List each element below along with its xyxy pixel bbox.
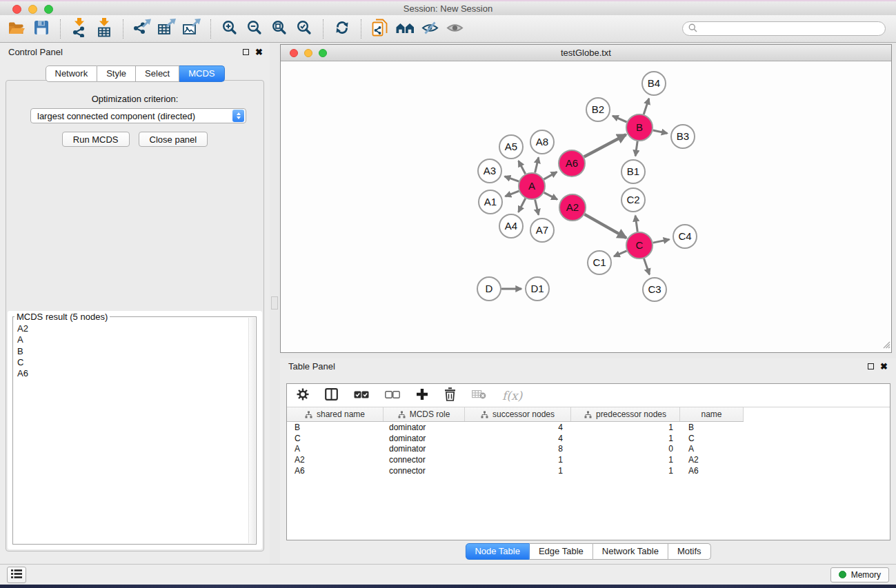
graph-edge-C-C4[interactable] xyxy=(653,239,670,243)
table-cell[interactable]: A xyxy=(287,443,384,454)
new-network-from-selection-button[interactable] xyxy=(368,18,392,40)
table-cell[interactable]: A2 xyxy=(287,454,384,465)
memory-button[interactable]: Memory xyxy=(830,567,889,582)
mcds-result-item[interactable]: C xyxy=(17,357,248,368)
zoom-out-button[interactable] xyxy=(242,18,267,40)
table-row[interactable]: A2connector11A2 xyxy=(287,454,744,465)
zoom-fit-button[interactable] xyxy=(267,18,292,40)
network-canvas[interactable]: B4B2BB3A5A8A6A3B1AC2A1A2A4A7CC4C1C3DD1 xyxy=(281,61,891,352)
minimize-window-button[interactable] xyxy=(28,5,37,14)
table-cell[interactable]: B xyxy=(287,422,384,433)
zoom-window-button[interactable] xyxy=(44,5,53,14)
column-header-name[interactable]: name xyxy=(680,407,744,421)
tab-network-table[interactable]: Network Table xyxy=(593,543,668,560)
deselect-all-button[interactable] xyxy=(385,386,400,405)
close-network-window-button[interactable] xyxy=(290,49,298,57)
graph-edge-B-B3[interactable] xyxy=(653,130,668,133)
table-cell[interactable]: connector xyxy=(384,465,465,476)
mcds-result-item[interactable]: A xyxy=(17,334,248,345)
zoom-network-window-button[interactable] xyxy=(319,49,327,57)
table-cell[interactable]: C xyxy=(287,433,384,444)
table-cell[interactable]: dominator xyxy=(384,443,465,454)
divider-grip-icon[interactable] xyxy=(271,296,278,310)
graph-edge-B-B2[interactable] xyxy=(613,116,627,122)
graph-edge-C-C2[interactable] xyxy=(635,216,637,232)
table-cell[interactable]: dominator xyxy=(384,433,465,444)
houses-button[interactable] xyxy=(392,18,417,40)
show-columns-button[interactable] xyxy=(325,386,338,405)
export-image-button[interactable] xyxy=(179,18,204,40)
delete-rows-button[interactable] xyxy=(444,386,456,405)
table-cell[interactable]: 1 xyxy=(465,465,571,476)
select-all-button[interactable] xyxy=(354,386,369,405)
zoom-in-button[interactable] xyxy=(217,18,242,40)
delete-column-button[interactable] xyxy=(472,386,486,405)
column-header-successor-nodes[interactable]: successor nodes xyxy=(465,407,571,421)
graph-edge-A-A8[interactable] xyxy=(535,157,539,172)
graph-edge-C-C1[interactable] xyxy=(614,251,627,256)
window-resize-grip-icon[interactable] xyxy=(882,339,890,352)
table-cell[interactable]: dominator xyxy=(384,422,465,433)
zoom-selected-button[interactable] xyxy=(292,18,317,40)
mcds-result-item[interactable]: A6 xyxy=(17,368,248,379)
import-table-button[interactable] xyxy=(92,18,117,40)
show-eye-button[interactable] xyxy=(442,18,467,40)
tab-network[interactable]: Network xyxy=(45,65,97,82)
graph-edge-A-A5[interactable] xyxy=(519,161,526,174)
table-cell[interactable]: A6 xyxy=(287,465,384,476)
graph-edge-A6-B[interactable] xyxy=(584,134,626,156)
table-cell[interactable]: 0 xyxy=(571,443,680,454)
table-cell[interactable]: A6 xyxy=(680,465,744,476)
graph-edge-A-A3[interactable] xyxy=(505,176,519,181)
table-settings-button[interactable] xyxy=(297,386,309,405)
close-window-button[interactable] xyxy=(12,5,21,14)
tab-mcds[interactable]: MCDS xyxy=(179,65,224,82)
export-network-button[interactable] xyxy=(130,18,155,40)
graph-edge-C-C3[interactable] xyxy=(644,258,650,274)
table-cell[interactable]: 4 xyxy=(465,422,571,433)
graph-edge-A-A2[interactable] xyxy=(544,192,557,199)
float-table-panel-icon[interactable] xyxy=(868,363,874,369)
float-panel-icon[interactable] xyxy=(243,49,249,55)
close-panel-icon[interactable]: ✖ xyxy=(255,49,263,56)
table-cell[interactable]: connector xyxy=(384,454,465,465)
refresh-button[interactable] xyxy=(330,18,355,40)
close-panel-button[interactable]: Close panel xyxy=(139,132,208,147)
import-network-button[interactable] xyxy=(67,18,92,40)
table-row[interactable]: A6connector11A6 xyxy=(287,465,744,476)
task-history-button[interactable] xyxy=(7,567,26,583)
table-cell[interactable]: 4 xyxy=(465,433,571,444)
table-cell[interactable]: A2 xyxy=(680,454,744,465)
table-row[interactable]: Adominator80A xyxy=(287,443,744,454)
table-row[interactable]: Bdominator41B xyxy=(287,422,744,433)
column-header-predecessor-nodes[interactable]: predecessor nodes xyxy=(571,407,680,421)
tab-select[interactable]: Select xyxy=(136,65,179,82)
panel-divider[interactable] xyxy=(270,43,280,564)
search-input[interactable] xyxy=(701,23,879,34)
network-window-titlebar[interactable]: testGlobe.txt xyxy=(281,45,891,61)
graph-edge-B-B1[interactable] xyxy=(635,141,637,156)
optimization-criterion-select[interactable]: largest connected component (directed) xyxy=(30,108,246,123)
search-field[interactable] xyxy=(682,21,886,36)
graph-edge-A2-C[interactable] xyxy=(584,214,626,238)
table-cell[interactable]: 1 xyxy=(465,454,571,465)
graph-edge-A-A7[interactable] xyxy=(535,200,539,215)
scrollbar-track[interactable] xyxy=(248,318,255,543)
tab-edge-table[interactable]: Edge Table xyxy=(530,543,593,560)
mcds-result-item[interactable]: A2 xyxy=(17,323,248,334)
graph-edge-A-A4[interactable] xyxy=(519,199,526,212)
export-table-button[interactable] xyxy=(155,18,179,40)
tab-style[interactable]: Style xyxy=(97,65,136,82)
run-mcds-button[interactable]: Run MCDS xyxy=(62,132,130,147)
table-cell[interactable]: 1 xyxy=(571,465,680,476)
graph-edge-B-B4[interactable] xyxy=(644,99,649,114)
save-session-button[interactable] xyxy=(29,18,54,40)
tab-motifs[interactable]: Motifs xyxy=(668,543,711,560)
open-session-button[interactable] xyxy=(4,18,29,40)
table-cell[interactable]: 1 xyxy=(571,422,680,433)
minimize-network-window-button[interactable] xyxy=(304,49,312,57)
mcds-result-item[interactable]: B xyxy=(17,346,248,357)
graph-edge-A-A1[interactable] xyxy=(506,191,519,196)
table-cell[interactable]: A xyxy=(680,443,744,454)
column-header-shared-name[interactable]: shared name xyxy=(287,407,384,421)
